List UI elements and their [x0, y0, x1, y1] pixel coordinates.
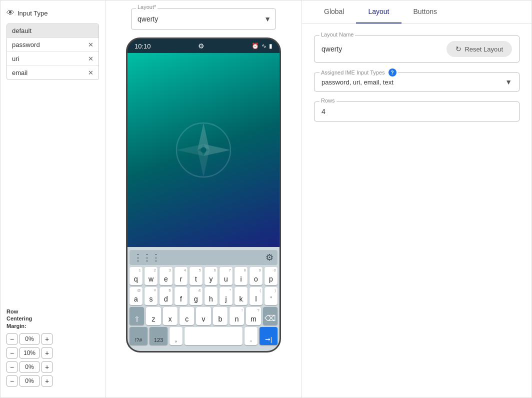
- margin-1-value[interactable]: [20, 334, 40, 344]
- margin-4-value[interactable]: [20, 376, 40, 386]
- input-type-name-password: password: [12, 41, 40, 48]
- kbd-row-4: !?# 123 , . ➞|: [130, 327, 278, 345]
- key-v[interactable]: v: [196, 307, 210, 325]
- assigned-ime-dropdown-arrow-icon[interactable]: ▼: [505, 78, 512, 86]
- remove-uri-btn[interactable]: ✕: [88, 56, 94, 62]
- assigned-ime-row: password, uri, email, text ▼: [322, 78, 512, 86]
- layout-name-field-group: Layout Name ↻ Reset Layout: [314, 36, 520, 62]
- input-type-item-uri[interactable]: uri ✕: [7, 52, 98, 66]
- margin-3-value[interactable]: [20, 362, 40, 372]
- margin-2-decrease-btn[interactable]: −: [6, 348, 18, 358]
- key-enter[interactable]: ➞|: [260, 327, 278, 345]
- input-type-item-email[interactable]: email ✕: [7, 66, 98, 80]
- tab-buttons[interactable]: Buttons: [402, 0, 449, 24]
- key-o[interactable]: 9o: [250, 267, 262, 285]
- key-period[interactable]: .: [244, 327, 258, 345]
- rows-value: 4: [322, 108, 326, 116]
- key-h[interactable]: h: [204, 287, 218, 305]
- key-m[interactable]: ?m: [246, 307, 260, 325]
- margin-3-decrease-btn[interactable]: −: [6, 362, 18, 372]
- row-centering-section: RowCenteringMargin: − + − + − + − +: [6, 300, 99, 390]
- key-x[interactable]: x: [163, 307, 178, 325]
- phone-mockup: 10:10 ⚙ ⏰ ∿ ▮: [126, 38, 281, 352]
- key-k[interactable]: k: [234, 287, 248, 305]
- key-shift[interactable]: ⇧: [130, 307, 144, 325]
- input-type-item-password[interactable]: password ✕: [7, 38, 98, 52]
- tab-layout[interactable]: Layout: [356, 0, 401, 24]
- margin-2-increase-btn[interactable]: +: [42, 348, 52, 358]
- margin-4-increase-btn[interactable]: +: [42, 376, 52, 386]
- reset-layout-button[interactable]: ↻ Reset Layout: [446, 41, 512, 57]
- key-f[interactable]: f: [174, 287, 188, 305]
- kbd-row-1: 1q 2w 3e 4r 5t 6y 7u 8i 9o 0p: [130, 267, 278, 285]
- key-delete[interactable]: ⌫: [263, 307, 278, 325]
- key-y[interactable]: 6y: [204, 267, 218, 285]
- kbd-row-3: ⇧ z x c v b !n ?m ⌫: [130, 307, 278, 325]
- main-container: 👁 Input Type default password ✕ uri ✕ em…: [0, 0, 532, 398]
- key-i[interactable]: 8i: [234, 267, 248, 285]
- key-t[interactable]: 5t: [190, 267, 202, 285]
- input-type-name-email: email: [12, 69, 28, 76]
- key-q[interactable]: 1q: [130, 267, 142, 285]
- layout-name-field-label: Layout Name: [320, 32, 355, 38]
- key-g[interactable]: &g: [190, 287, 202, 305]
- key-s[interactable]: #s: [144, 287, 158, 305]
- assigned-ime-value: password, uri, email, text: [322, 78, 505, 86]
- key-numeric[interactable]: 123: [150, 327, 168, 345]
- layout-name-field-row: ↻ Reset Layout: [322, 41, 512, 57]
- layout-dropdown-area: Layout* qwerty azerty qwertz ▼: [110, 8, 296, 30]
- key-w[interactable]: 2w: [144, 267, 158, 285]
- key-p[interactable]: 0p: [264, 267, 278, 285]
- key-z[interactable]: z: [146, 307, 160, 325]
- help-icon[interactable]: ?: [388, 68, 396, 76]
- phone-status-icons: ⏰ ∿ ▮: [252, 42, 272, 50]
- key-e[interactable]: 3e: [160, 267, 172, 285]
- margin-3-increase-btn[interactable]: +: [42, 362, 52, 372]
- key-r[interactable]: 4r: [174, 267, 188, 285]
- kbd-row-2: @a #s $d f &g h *j k (l )': [130, 287, 278, 305]
- key-l[interactable]: (l: [250, 287, 262, 305]
- alarm-icon: ⏰: [252, 42, 259, 50]
- key-c[interactable]: c: [180, 307, 194, 325]
- margin-row-2: − +: [6, 348, 99, 358]
- margin-1-decrease-btn[interactable]: −: [6, 334, 18, 344]
- compass-decoration: [174, 120, 234, 180]
- phone-time: 10:10: [134, 42, 151, 50]
- remove-password-btn[interactable]: ✕: [88, 42, 94, 48]
- margin-4-decrease-btn[interactable]: −: [6, 376, 18, 386]
- tab-global[interactable]: Global: [312, 0, 356, 24]
- key-symbols[interactable]: !?#: [130, 327, 148, 345]
- phone-status-bar: 10:10 ⚙ ⏰ ∿ ▮: [128, 39, 280, 53]
- layout-select-label: Layout*: [136, 4, 158, 10]
- margin-2-value[interactable]: [20, 348, 40, 358]
- layout-name-input[interactable]: [322, 45, 440, 53]
- key-d[interactable]: $d: [160, 287, 172, 305]
- layout-select[interactable]: qwerty azerty qwertz: [131, 8, 276, 30]
- right-content: Layout Name ↻ Reset Layout Assigned IME …: [302, 24, 532, 134]
- row-centering-label: RowCenteringMargin:: [6, 308, 99, 330]
- input-type-label: Input Type: [18, 10, 48, 17]
- rows-field-group: Rows 4: [314, 102, 520, 122]
- keyboard-settings-icon[interactable]: ⚙: [266, 252, 274, 263]
- key-b[interactable]: b: [213, 307, 228, 325]
- phone-wallpaper: [128, 53, 280, 247]
- center-panel: Layout* qwerty azerty qwertz ▼ 10:10 ⚙ ⏰…: [106, 0, 302, 398]
- key-space[interactable]: [184, 327, 242, 345]
- key-a[interactable]: @a: [130, 287, 142, 305]
- key-comma[interactable]: ,: [170, 327, 182, 345]
- keyboard-area: ⋮⋮⋮ ⚙ 1q 2w 3e 4r 5t 6y 7u 8i 9o 0p: [128, 247, 280, 351]
- margin-1-increase-btn[interactable]: +: [42, 334, 52, 344]
- reset-layout-label: Reset Layout: [464, 46, 503, 53]
- rows-field-label: Rows: [320, 98, 336, 104]
- remove-email-btn[interactable]: ✕: [88, 70, 94, 76]
- tabs-bar: Global Layout Buttons: [302, 0, 532, 24]
- keyboard-toolbar: ⋮⋮⋮ ⚙: [130, 250, 278, 265]
- key-j[interactable]: *j: [220, 287, 232, 305]
- key-u[interactable]: 7u: [220, 267, 232, 285]
- key-quote[interactable]: )': [264, 287, 278, 305]
- input-type-name-default: default: [12, 27, 32, 34]
- input-type-name-uri: uri: [12, 55, 19, 62]
- key-n[interactable]: !n: [230, 307, 244, 325]
- battery-icon: ▮: [269, 42, 272, 50]
- input-type-item-default[interactable]: default: [7, 24, 98, 38]
